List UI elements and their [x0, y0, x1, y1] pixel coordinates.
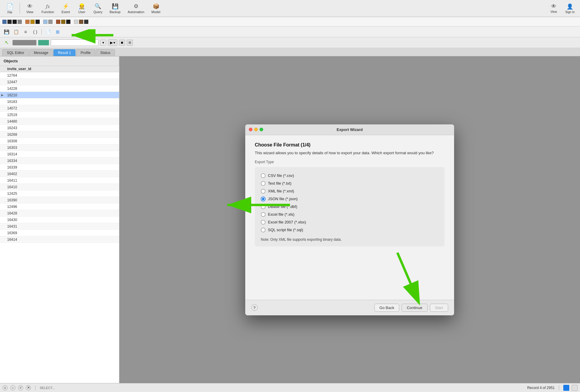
table-row[interactable]: 16410: [0, 184, 119, 190]
table-row[interactable]: 16431: [0, 223, 119, 230]
tab-result-1[interactable]: Result 1: [53, 49, 75, 56]
table-row[interactable]: 12425: [0, 190, 119, 197]
swatch-dark2[interactable]: [13, 20, 17, 24]
option-dbf[interactable]: DBase file (*.dbf): [261, 203, 439, 211]
option-json[interactable]: JSON file (*.json): [261, 195, 439, 203]
doc-button[interactable]: 📄: [44, 28, 52, 36]
radio-xml[interactable]: [261, 189, 266, 194]
radio-sql[interactable]: [261, 228, 266, 232]
radio-xlsx[interactable]: [261, 220, 266, 225]
swatch-ltgray[interactable]: [74, 20, 78, 24]
table-row[interactable]: 12764: [0, 72, 119, 79]
toolbar-item-user[interactable]: 👷 User: [74, 2, 89, 15]
option-sql[interactable]: SQL script file (*.sql): [261, 226, 439, 234]
table-row[interactable]: 14228: [0, 85, 119, 92]
dropdown-btn[interactable]: ▾: [100, 40, 106, 46]
green-swatch[interactable]: [38, 40, 49, 45]
radio-csv[interactable]: [261, 173, 266, 178]
option-txt[interactable]: Text file (*.txt): [261, 180, 439, 187]
swatch-orange[interactable]: [25, 20, 30, 24]
swatch-brown2[interactable]: [61, 20, 65, 24]
remove-row-button[interactable]: −: [10, 385, 16, 391]
swatch-dark1[interactable]: [7, 20, 12, 24]
option-xls[interactable]: Excel file (*.xls): [261, 211, 439, 218]
tab-sql-editor[interactable]: SQL Editor: [2, 49, 29, 56]
table-row[interactable]: 16414: [0, 236, 119, 243]
list-button[interactable]: ≡: [21, 28, 30, 36]
close-button[interactable]: [249, 128, 252, 131]
swatch-brown3[interactable]: [79, 20, 83, 24]
swatch-brown1[interactable]: [56, 20, 60, 24]
tab-profile[interactable]: Profile: [76, 49, 95, 56]
table-row-current[interactable]: ▶16210: [0, 92, 119, 98]
table-row[interactable]: 14480: [0, 118, 119, 125]
add-row-button[interactable]: +: [2, 385, 8, 391]
table-button[interactable]: ⊞: [53, 28, 62, 36]
maximize-button[interactable]: [260, 128, 263, 131]
swatch-gray[interactable]: [18, 20, 22, 24]
grid-view-button[interactable]: [563, 385, 569, 391]
table-row[interactable]: 12447: [0, 79, 119, 85]
list-view-button[interactable]: [572, 385, 578, 391]
continue-button[interactable]: Continue: [402, 304, 427, 312]
swatch-gold[interactable]: [30, 20, 35, 24]
table-row[interactable]: 16183: [0, 98, 119, 105]
stop-button[interactable]: ■: [119, 40, 125, 46]
toolbar-item-model[interactable]: 📦 Model: [149, 2, 163, 15]
swatch-blue[interactable]: [2, 20, 7, 24]
color-picker[interactable]: [13, 40, 36, 45]
table-row[interactable]: 16390: [0, 197, 119, 203]
table-row[interactable]: 16314: [0, 151, 119, 158]
run-button[interactable]: ▶ ▾: [108, 39, 117, 46]
table-row[interactable]: 12519: [0, 112, 119, 118]
split-button[interactable]: ⊟: [127, 40, 133, 46]
table-row[interactable]: 16411: [0, 177, 119, 184]
run-input[interactable]: [51, 39, 98, 46]
table-row[interactable]: 16303: [0, 144, 119, 151]
table-row[interactable]: 16308: [0, 138, 119, 144]
start-button[interactable]: Start: [430, 304, 448, 312]
table-row[interactable]: 16334: [0, 158, 119, 164]
cursor-button[interactable]: ↖: [2, 39, 11, 47]
radio-json[interactable]: [261, 197, 266, 201]
swatch-gray2[interactable]: [48, 20, 53, 24]
radio-dbf[interactable]: [261, 204, 266, 209]
go-back-button[interactable]: Go Back: [374, 304, 399, 312]
swatch-dark4[interactable]: [66, 20, 70, 24]
swatch-dark3[interactable]: [36, 20, 40, 24]
save-button[interactable]: 💾: [2, 28, 11, 36]
tab-message[interactable]: Message: [29, 49, 53, 56]
copy-button[interactable]: 📋: [12, 28, 20, 36]
toolbar-item-event[interactable]: ⚡ Event: [58, 2, 73, 15]
cancel-edit-button[interactable]: ✕: [26, 385, 31, 391]
radio-xls[interactable]: [261, 212, 266, 217]
tab-status[interactable]: Status: [96, 49, 115, 56]
radio-txt[interactable]: [261, 181, 266, 186]
option-csv[interactable]: CSV file (*.csv): [261, 172, 439, 180]
table-row[interactable]: 16402: [0, 171, 119, 177]
option-xlsx[interactable]: Excel file 2007 (*.xlsx): [261, 218, 439, 226]
minimize-button[interactable]: [254, 128, 258, 131]
table-row[interactable]: 16369: [0, 230, 119, 236]
swatch-ltblue[interactable]: [43, 20, 47, 24]
table-row[interactable]: 14072: [0, 105, 119, 112]
table-row[interactable]: 16428: [0, 210, 119, 217]
code-button[interactable]: ( ): [31, 28, 39, 36]
toolbar-item-automation[interactable]: ⚙ Automation: [125, 2, 147, 15]
confirm-button[interactable]: ✓: [18, 385, 23, 391]
toolbar-item-backup[interactable]: 💾 Backup: [107, 2, 124, 15]
table-row[interactable]: 12496: [0, 203, 119, 210]
toolbar-item-file[interactable]: 📄 File: [2, 2, 17, 15]
toolbar-item-query[interactable]: 🔍 Query: [90, 2, 105, 15]
table-row[interactable]: 16430: [0, 217, 119, 223]
table-row[interactable]: 16243: [0, 125, 119, 131]
toolbar-item-function[interactable]: 𝑓𝑥 Function: [38, 2, 57, 15]
table-row[interactable]: 16339: [0, 164, 119, 171]
option-xml[interactable]: XML file (*.xml): [261, 187, 439, 195]
help-button[interactable]: ?: [251, 304, 258, 311]
toolbar-item-signin[interactable]: 👤 Sign In: [562, 2, 578, 15]
toolbar-item-view[interactable]: 👁 View: [22, 2, 37, 15]
toolbar-item-view-right[interactable]: 👁 View: [546, 2, 561, 15]
swatch-dark5[interactable]: [84, 20, 88, 24]
table-row[interactable]: 16268: [0, 131, 119, 138]
